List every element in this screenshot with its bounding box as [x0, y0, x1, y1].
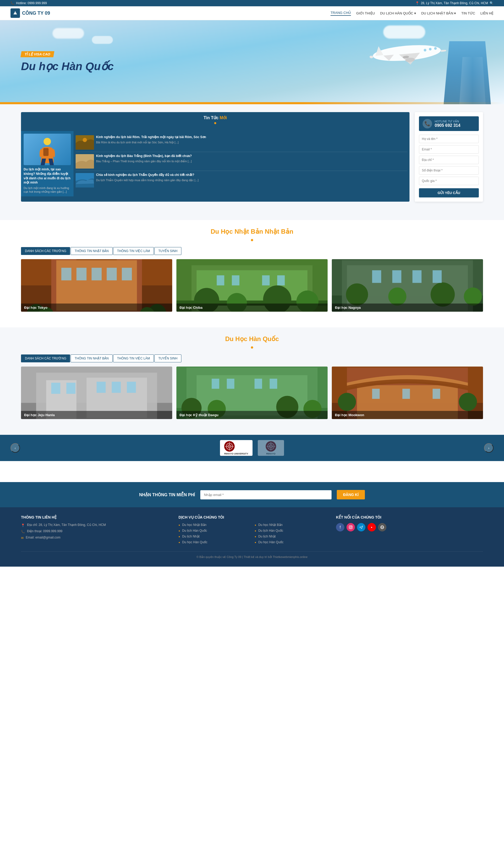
card-daegu[interactable]: Đại học Kỹ thuật Daegu [176, 366, 328, 419]
han-quoc-tab-1[interactable]: DANH SÁCH CÁC TRƯỜNG [21, 355, 70, 362]
rikkyo-logo-circle [224, 441, 235, 452]
card-mookwon-label: Đại học Mookwon [332, 411, 483, 419]
telegram-icon[interactable] [357, 523, 365, 532]
svg-point-10 [83, 138, 87, 142]
nhat-ban-title-highlight: Nhật Bản [235, 228, 263, 235]
han-quoc-tabs: DANH SÁCH CÁC TRƯỜNG THÔNG TIN NHẬT BẢN … [21, 355, 483, 362]
nhat-ban-tab-3[interactable]: THÔNG TIN VIỆC LÀM [113, 247, 154, 255]
hotline-number: 0905 692 314 [435, 123, 461, 128]
news-item-1-content: Kinh nghiệm du lịch bãi Rôm. Trải nghiệm… [96, 135, 408, 150]
svg-rect-61 [112, 382, 121, 393]
phone-icon: 📞 [11, 1, 15, 5]
nav-tin-tuc[interactable]: TIN TỨC [461, 11, 475, 15]
nav-trang-chu[interactable]: TRANG CHỦ [330, 11, 351, 16]
svg-point-45 [346, 283, 368, 305]
field-address[interactable] [419, 156, 479, 164]
footer-service-7[interactable]: ●Du lịch Nhật [255, 535, 325, 538]
footer-service-2[interactable]: ●Du lịch Hàn Quốc [179, 529, 249, 533]
svg-rect-20 [92, 268, 102, 281]
footer-service-5[interactable]: ●Du học Nhật Bản [255, 523, 325, 527]
field-phone[interactable] [419, 166, 479, 175]
newsletter-section: NHẬN THÔNG TIN MIỄN PHÍ ĐĂNG KÍ [0, 482, 504, 507]
hero-badge: TỈ LỆ VISA CAO [20, 51, 55, 57]
address-text: 28, Lý Thị Xám, Tân Thạnh Đông, Củ Chi, … [421, 1, 488, 5]
partner-next-button[interactable]: › [484, 443, 493, 453]
newsletter-input[interactable] [200, 490, 331, 499]
news-item-2-image [76, 154, 94, 168]
news-item-1-image [76, 135, 94, 150]
card-mookwon[interactable]: Đại học Mookwon [332, 366, 483, 419]
svg-rect-21 [107, 268, 116, 281]
building-overlay [460, 57, 486, 104]
nhat-ban-tab-2[interactable]: THÔNG TIN NHẬT BẢN [71, 247, 113, 255]
copyright-text: © Bản quyền thuộc về Công Ty 09 | Thiết … [196, 555, 307, 558]
hotline-info: HOTLINE TƯ VẤN 0905 692 314 [435, 120, 461, 128]
nav-lien-he[interactable]: LIÊN HỆ [480, 11, 493, 15]
footer-service-1[interactable]: ●Du học Nhật Bản [179, 523, 249, 527]
svg-point-95 [350, 526, 352, 528]
card-daegu-label: Đại học Kỹ thuật Daegu [176, 411, 328, 419]
search-icon[interactable]: 🔍 [489, 1, 493, 5]
partner-bar: ‹ RIKKYO UNIVERSITY [0, 435, 504, 461]
card-chiba[interactable]: Đại học Chiba [176, 259, 328, 312]
card-nagoya[interactable]: Đại học Nagoya [332, 259, 483, 312]
card-tokyo[interactable]: Đại học Tokyo [21, 259, 172, 312]
rikkyo-logo-container: RIKKYO UNIVERSITY [224, 441, 248, 455]
footer-email-text: Email: email@gmail.com [26, 536, 60, 539]
footer-address: 📍 Địa chỉ: 28, Lý Thị Xám, Tân Thạnh Đôn… [21, 523, 168, 527]
facebook-icon[interactable]: f [336, 523, 344, 532]
news-form-row: Tin Tức Mới ● [21, 112, 483, 202]
svg-rect-81 [372, 389, 380, 399]
nhat-ban-title-hl2: Nhật Bản [265, 228, 293, 235]
news-item-1[interactable]: Kinh nghiệm du lịch bãi Rôm. Trải nghiệm… [76, 133, 408, 152]
news-list: Kinh nghiệm du lịch bãi Rôm. Trải nghiệm… [73, 131, 410, 196]
news-featured-title: Du lịch một mình, tại sao không? Những đ… [24, 167, 71, 185]
footer-service-3[interactable]: ●Du lịch Nhật [179, 535, 249, 538]
other-social-icon[interactable] [378, 523, 386, 532]
airplane-illustration [366, 33, 448, 74]
svg-point-7 [43, 138, 51, 145]
news-featured-image [24, 133, 71, 165]
svg-point-46 [388, 287, 406, 306]
nhat-ban-tab-4[interactable]: TUYỂN SINH [154, 247, 181, 255]
youtube-icon[interactable] [367, 523, 376, 532]
field-email[interactable] [419, 145, 479, 154]
logo[interactable]: CÔNG TY 09 [11, 8, 50, 18]
footer-service-6[interactable]: ●Du lịch Hàn Quốc [255, 529, 325, 533]
news-item-2[interactable]: Kinh nghiệm du lịch Bàu Trắng (Bình Thuậ… [76, 152, 408, 171]
svg-rect-19 [76, 268, 86, 281]
header: CÔNG TY 09 TRANG CHỦ GIỚI THIỆU DU LỊCH … [0, 6, 504, 20]
newsletter-button[interactable]: ĐĂNG KÍ [337, 490, 365, 499]
email-icon: ✉ [21, 536, 24, 540]
svg-rect-49 [372, 270, 381, 283]
field-country[interactable] [419, 177, 479, 185]
footer-services-col: DỊCH VỤ CỦA CHÚNG TÔI ●Du học Nhật Bản ●… [179, 515, 325, 546]
nav-du-lich-han-quoc[interactable]: DU LỊCH HÀN QUỐC ▾ [380, 11, 416, 15]
logo-text: CÔNG TY 09 [22, 11, 50, 16]
han-quoc-tab-4[interactable]: TUYỂN SINH [154, 355, 181, 362]
svg-rect-60 [96, 382, 106, 393]
news-item-3-title: Chia sẻ kinh nghiệm du lịch Thẩm Quyến đ… [96, 173, 408, 177]
footer-service-4[interactable]: ●Du học Hàn Quốc [179, 540, 249, 544]
svg-rect-50 [392, 270, 401, 283]
card-jeju[interactable]: Đại học Jeju Hanla [21, 366, 172, 419]
card-jeju-label: Đại học Jeju Hanla [21, 411, 172, 419]
footer-service-8[interactable]: ●Du học Hàn Quốc [255, 540, 325, 544]
card-chiba-label: Đại học Chiba [176, 304, 328, 312]
svg-point-47 [431, 282, 455, 306]
hotline-text: Hotline: 0999.999.999 [16, 1, 47, 5]
news-item-3[interactable]: Chia sẻ kinh nghiệm du lịch Thẩm Quyến đ… [76, 171, 408, 190]
news-featured[interactable]: Du lịch một mình, tại sao không? Những đ… [21, 131, 73, 196]
nav-gioi-thieu[interactable]: GIỚI THIỆU [356, 11, 375, 15]
nhat-ban-tab-1[interactable]: DANH SÁCH CÁC TRƯỜNG [21, 247, 70, 255]
partner-prev-button[interactable]: ‹ [11, 443, 20, 453]
nav-du-lich-nhat-ban[interactable]: DU LỊCH NHẬT BẢN ▾ [421, 11, 456, 15]
instagram-icon[interactable] [346, 523, 355, 532]
news-featured-desc: Du lịch một mình đang là xu hướng cực ho… [24, 186, 71, 194]
han-quoc-tab-3[interactable]: THÔNG TIN VIỆC LÀM [113, 355, 154, 362]
hero-ribbon [0, 102, 504, 104]
field-name[interactable] [419, 135, 479, 143]
han-quoc-tab-2[interactable]: THÔNG TIN NHẬT BẢN [71, 355, 113, 362]
submit-button[interactable]: GỬI YÊU CẦU [419, 188, 479, 197]
nhat-ban-dot: ● [21, 237, 483, 243]
